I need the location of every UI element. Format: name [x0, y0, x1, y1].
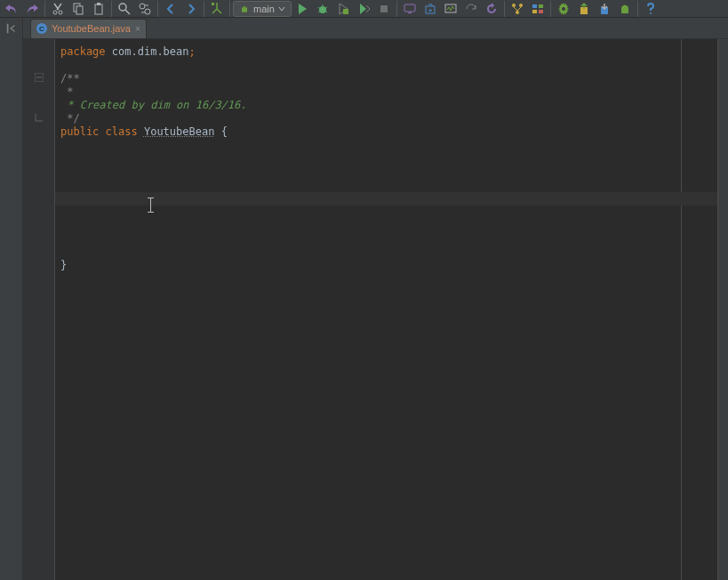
separator: [637, 1, 638, 17]
separator: [504, 1, 505, 17]
separator: [229, 1, 230, 17]
svg-point-31: [650, 12, 652, 14]
svg-point-0: [53, 11, 57, 14]
export-icon[interactable]: [574, 1, 594, 17]
svg-point-13: [319, 6, 326, 13]
svg-rect-23: [532, 4, 537, 8]
replace-icon[interactable]: [135, 1, 155, 17]
main-toolbar: main: [0, 0, 728, 18]
cut-icon[interactable]: [48, 1, 68, 17]
class-file-icon: C: [36, 23, 47, 34]
project-structure-icon[interactable]: [528, 1, 548, 17]
close-tab-icon[interactable]: ×: [135, 24, 140, 34]
back-icon[interactable]: [161, 1, 180, 17]
svg-point-27: [562, 7, 565, 11]
svg-point-6: [119, 4, 126, 11]
run-coverage-icon[interactable]: [333, 1, 353, 17]
right-margin-line: [681, 39, 682, 580]
separator: [550, 1, 551, 17]
file-tab-active[interactable]: C YoutubeBean.java ×: [30, 19, 147, 38]
paste-icon[interactable]: [89, 1, 108, 17]
svg-rect-4: [95, 4, 102, 14]
import-icon[interactable]: [595, 1, 614, 17]
help-icon[interactable]: [641, 1, 660, 17]
code-line: }: [60, 259, 67, 272]
svg-point-7: [140, 4, 145, 9]
svg-rect-32: [6, 24, 8, 34]
android-device-icon[interactable]: [615, 1, 635, 17]
separator: [44, 1, 45, 17]
chevron-down-icon: [278, 5, 285, 12]
separator: [157, 1, 158, 17]
code-line: *: [60, 85, 73, 99]
collapse-tool-window-icon[interactable]: [0, 18, 23, 39]
undo-icon[interactable]: [2, 1, 21, 17]
find-icon[interactable]: [115, 1, 134, 17]
attach-debugger-icon[interactable]: [354, 1, 373, 17]
svg-rect-24: [539, 4, 543, 8]
build-icon[interactable]: [207, 1, 227, 17]
svg-point-20: [512, 4, 516, 7]
editor-marker-strip[interactable]: [717, 39, 728, 580]
svg-point-11: [243, 5, 244, 6]
editor-gutter[interactable]: [23, 39, 55, 580]
current-line-highlight: [55, 192, 717, 205]
svg-rect-10: [242, 7, 247, 12]
revert-icon[interactable]: [482, 1, 501, 17]
android-monitor-icon[interactable]: [441, 1, 460, 17]
android-icon: [239, 4, 250, 14]
svg-rect-17: [408, 12, 412, 13]
fold-end-icon[interactable]: [35, 113, 44, 122]
separator: [111, 1, 112, 17]
fold-minus-icon[interactable]: [35, 73, 44, 82]
left-tool-strip: [0, 39, 23, 580]
forward-icon[interactable]: [181, 1, 201, 17]
code-line: package com.dim.bean;: [60, 45, 196, 59]
text-caret: [150, 198, 151, 212]
svg-rect-5: [97, 3, 100, 5]
svg-point-1: [59, 11, 62, 14]
editor-tabbar: C YoutubeBean.java ×: [23, 18, 728, 39]
sdk-manager-icon[interactable]: [420, 1, 440, 17]
avd-manager-icon[interactable]: [400, 1, 420, 17]
run-config-selector[interactable]: main: [233, 1, 292, 17]
svg-point-21: [519, 4, 523, 7]
separator: [396, 1, 397, 17]
debug-icon[interactable]: [313, 1, 332, 17]
settings-icon[interactable]: [554, 1, 573, 17]
run-icon[interactable]: [292, 1, 312, 17]
vcs-icon[interactable]: [508, 1, 527, 17]
code-line: * Created by dim on 16/3/16.: [60, 99, 247, 112]
copy-icon[interactable]: [68, 1, 88, 17]
code-line: */: [60, 112, 80, 125]
redo-icon[interactable]: [22, 1, 42, 17]
svg-point-12: [245, 5, 246, 6]
svg-rect-3: [76, 6, 83, 14]
svg-point-8: [145, 9, 150, 14]
code-line: /**: [60, 72, 80, 85]
svg-rect-25: [532, 10, 537, 13]
svg-rect-30: [621, 7, 628, 13]
svg-rect-9: [212, 3, 214, 5]
file-tab-name: YoutubeBean.java: [52, 23, 131, 34]
svg-rect-16: [404, 4, 415, 12]
svg-rect-14: [343, 9, 348, 14]
stop-icon[interactable]: [374, 1, 394, 17]
sync-gradle-icon[interactable]: [461, 1, 481, 17]
code-editor[interactable]: package com.dim.bean; /** * * Created by…: [55, 39, 717, 580]
separator: [204, 1, 204, 17]
svg-rect-15: [380, 5, 388, 12]
svg-rect-26: [539, 10, 543, 13]
run-config-label: main: [253, 4, 275, 14]
code-line: public class YoutubeBean {: [60, 125, 228, 139]
svg-point-22: [516, 11, 519, 14]
